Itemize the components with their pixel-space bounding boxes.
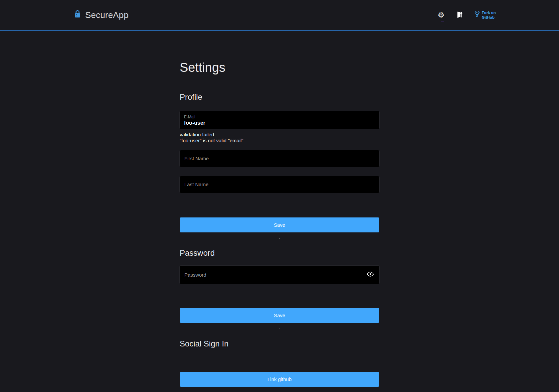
social-sign-in-heading: Social Sign In — [180, 340, 379, 348]
save-profile-button[interactable]: Save — [180, 217, 379, 232]
fork-link-label: Fork on GitHub — [482, 10, 496, 20]
active-tab-indicator — [441, 22, 444, 22]
brand: SecureApp — [74, 10, 128, 20]
profile-section-heading: Profile — [180, 93, 379, 101]
validation-error-line1: validation failed — [180, 132, 379, 138]
page-title: Settings — [180, 61, 379, 74]
lock-icon — [74, 10, 81, 20]
logout-icon — [456, 11, 463, 19]
settings-button[interactable]: ⚙ — [438, 11, 445, 19]
last-name-input[interactable] — [180, 176, 379, 193]
first-name-input[interactable] — [180, 150, 379, 167]
git-fork-icon — [474, 11, 480, 19]
divider-dot — [279, 328, 280, 328]
settings-page: Settings Profile E-Mail validation faile… — [180, 61, 379, 387]
toggle-password-visibility-button[interactable] — [367, 272, 374, 278]
save-password-button[interactable]: Save — [180, 308, 379, 323]
email-field[interactable]: E-Mail — [180, 111, 379, 129]
gear-icon: ⚙ — [438, 11, 445, 19]
email-validation-error: validation failed "foo-user" is not vali… — [180, 132, 379, 144]
navbar: SecureApp ⚙ — [0, 0, 559, 31]
navbar-actions: ⚙ — [438, 10, 496, 20]
validation-error-line2: "foo-user" is not valid "email" — [180, 138, 379, 144]
email-field-label: E-Mail — [184, 115, 375, 119]
logout-button[interactable] — [456, 11, 463, 19]
divider-dot — [279, 238, 280, 239]
password-input[interactable] — [180, 266, 379, 284]
eye-icon — [367, 272, 374, 278]
password-section-heading: Password — [180, 249, 379, 257]
email-input[interactable] — [184, 120, 375, 126]
link-github-button[interactable]: Link github — [180, 372, 379, 387]
brand-title: SecureApp — [85, 10, 128, 20]
fork-on-github-link[interactable]: Fork on GitHub — [474, 10, 496, 20]
password-field — [180, 266, 379, 284]
